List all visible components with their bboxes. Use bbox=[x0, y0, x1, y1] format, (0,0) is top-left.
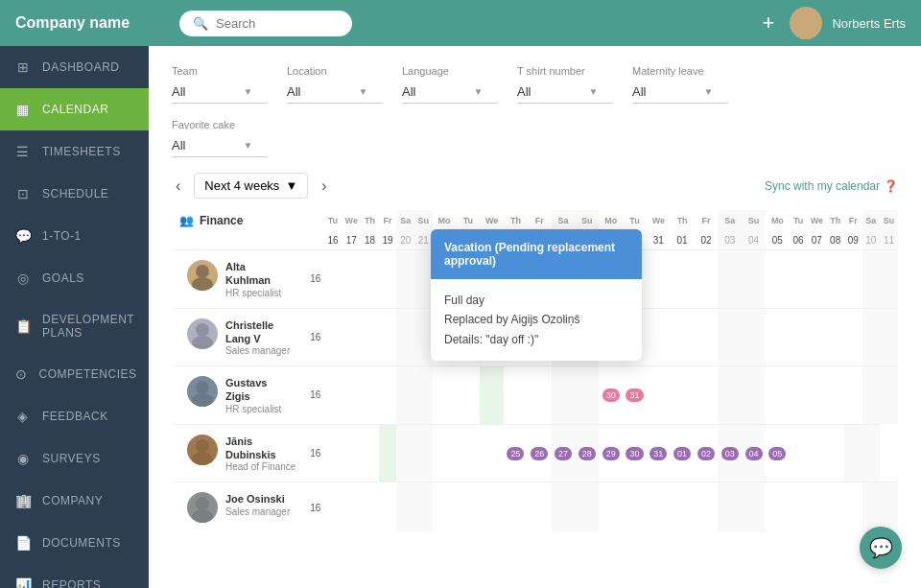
filter-cake-arrow: ▼ bbox=[243, 140, 252, 151]
filter-tshirt-value: All bbox=[517, 84, 531, 99]
period-select[interactable]: Next 4 weeks ▼ bbox=[194, 173, 308, 199]
person-info-christelle: ChristelleLang V Sales manager bbox=[225, 318, 290, 357]
filter-maternity-select[interactable]: All ▼ bbox=[632, 81, 728, 104]
sidebar-item-documents[interactable]: 📄 DOCUMENTS bbox=[0, 522, 149, 564]
person-name-alta: AltaKuhlman bbox=[225, 260, 281, 288]
sidebar-item-devplans[interactable]: 📋 DEVELOPMENT PLANS bbox=[0, 299, 149, 353]
vacation-pill[interactable]: 30 bbox=[626, 447, 643, 460]
vacation-pill[interactable]: 02 bbox=[697, 447, 715, 460]
dept-icon: 👥 bbox=[179, 214, 194, 227]
help-icon: ❓ bbox=[884, 179, 898, 193]
search-input[interactable] bbox=[216, 16, 331, 31]
user-info: Norberts Erts bbox=[790, 7, 906, 39]
svg-point-1 bbox=[794, 26, 817, 39]
sidebar-label-feedback: FEEDBACK bbox=[42, 410, 108, 423]
table-row: JānisDubinskis Head of Finance 16 25 bbox=[172, 424, 898, 482]
sidebar-item-feedback[interactable]: ◈ FEEDBACK bbox=[0, 395, 149, 437]
sidebar-item-company[interactable]: 🏢 COMPANY bbox=[0, 480, 149, 522]
sidebar-item-competencies[interactable]: ⊙ COMPETENCIES bbox=[0, 353, 149, 395]
timesheets-icon: ☰ bbox=[15, 144, 31, 159]
filter-tshirt-arrow: ▼ bbox=[588, 86, 598, 97]
filter-team-label: Team bbox=[172, 65, 268, 77]
person-cell-joe: Joe Osinski Sales manager bbox=[179, 486, 304, 529]
vacation-pill[interactable]: 01 bbox=[673, 447, 691, 460]
chat-button[interactable]: 💬 bbox=[860, 527, 902, 569]
1to1-icon: 💬 bbox=[15, 228, 31, 244]
calendar-icon: ▦ bbox=[15, 102, 31, 117]
filter-language: Language All ▼ bbox=[402, 65, 498, 104]
sidebar-item-1to1[interactable]: 💬 1-TO-1 bbox=[0, 215, 149, 257]
person-info-gustavs: GustavsZigis HR specialist bbox=[225, 376, 281, 414]
table-row: GustavsZigis HR specialist 16 bbox=[172, 366, 898, 425]
sidebar-label-competencies: COMPETENCIES bbox=[39, 367, 137, 381]
devplans-icon: 📋 bbox=[15, 318, 31, 334]
filter-tshirt: T shirt number All ▼ bbox=[517, 65, 613, 104]
person-name-christelle: ChristelleLang V bbox=[225, 318, 290, 346]
vacation-pill[interactable]: 28 bbox=[579, 447, 596, 460]
person-role-alta: HR specialist bbox=[225, 288, 281, 298]
next-period-button[interactable]: › bbox=[318, 174, 330, 199]
filter-location-select[interactable]: All ▼ bbox=[287, 81, 383, 104]
filter-language-select[interactable]: All ▼ bbox=[402, 81, 498, 104]
filter-location-label: Location bbox=[287, 65, 383, 77]
vacation-pill[interactable]: 25 bbox=[507, 447, 524, 460]
sidebar-item-reports[interactable]: 📊 REPORTS bbox=[0, 564, 149, 588]
person-name-gustavs: GustavsZigis bbox=[225, 376, 281, 404]
person-info-joe: Joe Osinski Sales manager bbox=[225, 492, 290, 516]
filter-team-arrow: ▼ bbox=[243, 86, 252, 97]
sidebar-label-calendar: CALENDAR bbox=[42, 103, 108, 116]
filter-tshirt-select[interactable]: All ▼ bbox=[517, 81, 613, 104]
vacation-pill[interactable]: 30 bbox=[602, 388, 620, 402]
sidebar-item-goals[interactable]: ◎ GOALS bbox=[0, 257, 149, 299]
filter-location-arrow: ▼ bbox=[358, 86, 367, 97]
popup-line3: Details: "day off :)" bbox=[444, 330, 628, 349]
filter-team-select[interactable]: All ▼ bbox=[172, 81, 268, 104]
filter-maternity-arrow: ▼ bbox=[703, 86, 713, 97]
dept-header: 👥 Finance bbox=[172, 210, 307, 231]
prev-period-button[interactable]: ‹ bbox=[172, 174, 184, 199]
person-avatar-alta bbox=[187, 260, 218, 291]
vacation-pill[interactable]: 31 bbox=[649, 447, 667, 460]
avatar bbox=[790, 7, 822, 39]
sidebar-label-devplans: DEVELOPMENT PLANS bbox=[42, 313, 134, 340]
topbar: Company name 🔍 + Norberts Erts bbox=[0, 0, 921, 46]
add-button[interactable]: + bbox=[763, 12, 775, 34]
vacation-pill[interactable]: 03 bbox=[721, 447, 739, 460]
person-role-gustavs: HR specialist bbox=[225, 404, 281, 414]
content-area: Team All ▼ Location All ▼ Language All ▼ bbox=[149, 46, 921, 588]
filter-language-value: All bbox=[402, 84, 415, 99]
person-avatar-gustavs bbox=[187, 376, 218, 407]
person-role-joe: Sales manager bbox=[225, 506, 290, 517]
svg-point-8 bbox=[196, 439, 209, 453]
popup-line1: Full day bbox=[444, 291, 628, 310]
vacation-pill[interactable]: 29 bbox=[602, 447, 620, 460]
person-info-janis: JānisDubinskis Head of Finance bbox=[225, 435, 295, 473]
sidebar-item-timesheets[interactable]: ☰ TIMESHEETS bbox=[0, 130, 149, 173]
vacation-pill[interactable]: 27 bbox=[555, 447, 572, 460]
calendar-wrap: Vacation (Pending replacement approval) … bbox=[172, 210, 898, 532]
vacation-pill[interactable]: 05 bbox=[768, 447, 786, 460]
filter-maternity: Maternity leave All ▼ bbox=[632, 65, 728, 104]
sidebar-item-surveys[interactable]: ◉ SURVEYS bbox=[0, 437, 149, 480]
sync-calendar-link[interactable]: Sync with my calendar ❓ bbox=[765, 179, 898, 193]
sidebar-item-calendar[interactable]: ▦ CALENDAR bbox=[0, 88, 149, 130]
feedback-icon: ◈ bbox=[15, 409, 31, 424]
person-cell-gustavs: GustavsZigis HR specialist bbox=[179, 370, 304, 420]
person-role-janis: Head of Finance bbox=[225, 461, 295, 472]
filter-cake-select[interactable]: All ▼ bbox=[172, 134, 268, 157]
person-num-alta: 16 bbox=[307, 250, 324, 309]
svg-point-7 bbox=[192, 393, 213, 407]
filter-maternity-value: All bbox=[632, 84, 646, 99]
calendar-controls: ‹ Next 4 weeks ▼ › Sync with my calendar… bbox=[172, 173, 898, 199]
vacation-pill[interactable]: 26 bbox=[531, 447, 548, 460]
sidebar-label-documents: DOCUMENTS bbox=[42, 536, 121, 550]
documents-icon: 📄 bbox=[15, 535, 31, 551]
search-icon: 🔍 bbox=[193, 16, 208, 31]
search-box[interactable]: 🔍 bbox=[179, 11, 352, 36]
person-info-alta: AltaKuhlman HR specialist bbox=[225, 260, 281, 298]
vacation-pill[interactable]: 31 bbox=[626, 388, 643, 402]
vacation-pill[interactable]: 04 bbox=[745, 447, 763, 460]
company-name: Company name bbox=[15, 14, 164, 32]
sidebar-item-schedule[interactable]: ⊡ SCHEDULE bbox=[0, 173, 149, 215]
sidebar-item-dashboard[interactable]: ⊞ DASHBOARD bbox=[0, 46, 149, 88]
